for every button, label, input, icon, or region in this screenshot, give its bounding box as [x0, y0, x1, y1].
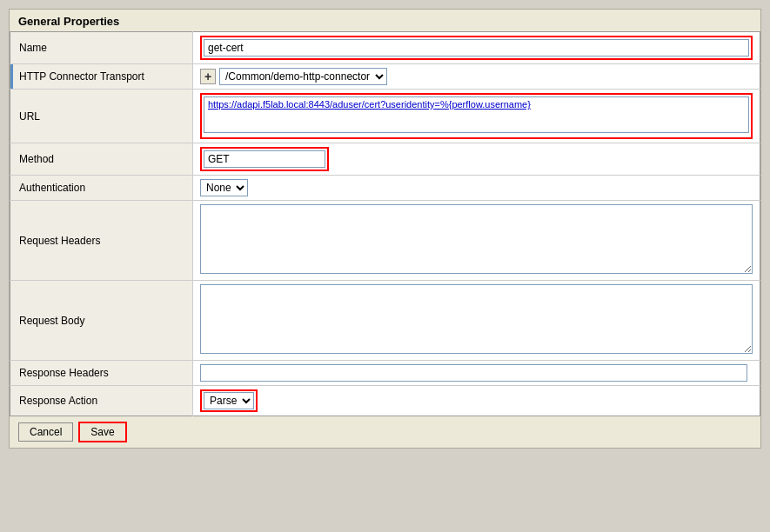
url-value-cell: [193, 90, 760, 143]
request-headers-textarea[interactable]: [200, 204, 753, 274]
connector-select[interactable]: /Common/demo-http-connector: [219, 68, 387, 85]
authentication-value-cell: None: [193, 176, 760, 201]
url-red-group: [200, 93, 753, 139]
name-row: Name: [10, 32, 760, 64]
request-body-textarea[interactable]: [200, 284, 753, 354]
response-action-select[interactable]: Parse: [204, 392, 254, 409]
response-action-label: Response Action: [10, 386, 193, 416]
name-value-cell: [193, 32, 760, 64]
response-action-row: Response Action Parse: [10, 386, 760, 416]
connector-value-cell: + /Common/demo-http-connector: [193, 64, 760, 90]
method-red-group: [200, 147, 329, 171]
general-properties-panel: General Properties Name HTTP Connector T…: [9, 9, 761, 449]
request-body-value-cell: [193, 281, 760, 361]
response-headers-label: Response Headers: [10, 361, 193, 386]
request-headers-value-cell: [193, 201, 760, 281]
request-body-label: Request Body: [10, 281, 193, 361]
url-row: URL: [10, 90, 760, 143]
authentication-row: Authentication None: [10, 176, 760, 201]
response-action-red-group: Parse: [200, 389, 258, 412]
blue-bar-icon: [10, 64, 13, 89]
authentication-select[interactable]: None: [200, 179, 248, 196]
method-value-cell: [193, 143, 760, 176]
method-input[interactable]: [204, 150, 325, 168]
connector-select-wrap: + /Common/demo-http-connector: [200, 68, 753, 85]
url-textarea[interactable]: [204, 96, 749, 133]
connector-label: HTTP Connector Transport: [10, 64, 193, 90]
connector-row: HTTP Connector Transport + /Common/demo-…: [10, 64, 760, 90]
name-red-group: [200, 36, 753, 60]
add-connector-button[interactable]: +: [200, 69, 216, 84]
response-headers-value-cell: [193, 361, 760, 386]
panel-title: General Properties: [10, 10, 760, 31]
name-label: Name: [10, 32, 193, 64]
form-table: Name HTTP Connector Transport +: [10, 31, 760, 416]
request-body-row: Request Body: [10, 281, 760, 361]
url-label: URL: [10, 90, 193, 143]
request-headers-label: Request Headers: [10, 201, 193, 281]
name-input[interactable]: [204, 39, 749, 57]
response-action-value-cell: Parse: [193, 386, 760, 416]
form-footer: Cancel Save: [10, 416, 760, 448]
authentication-label: Authentication: [10, 176, 193, 201]
method-row: Method: [10, 143, 760, 176]
request-headers-row: Request Headers: [10, 201, 760, 281]
method-label: Method: [10, 143, 193, 176]
save-button[interactable]: Save: [78, 422, 126, 442]
response-headers-row: Response Headers: [10, 361, 760, 386]
cancel-button[interactable]: Cancel: [18, 422, 73, 442]
response-headers-input[interactable]: [200, 364, 747, 382]
